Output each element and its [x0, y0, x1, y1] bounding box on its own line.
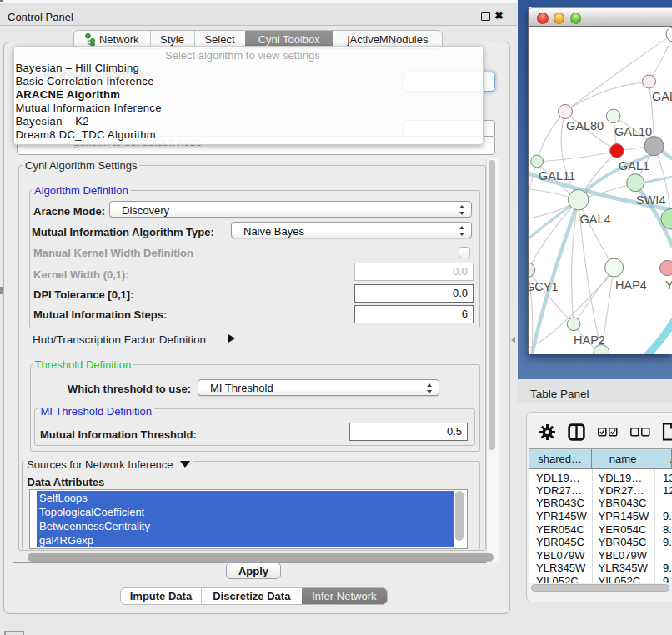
svg-text:GAL2: GAL2: [652, 90, 672, 103]
svg-text:Y: Y: [665, 278, 672, 292]
svg-text:HAP4: HAP4: [615, 278, 647, 292]
svg-text:GCY1: GCY1: [529, 280, 559, 293]
svg-text:SWI4: SWI4: [636, 193, 665, 207]
svg-text:GAL80: GAL80: [566, 119, 604, 132]
svg-text:GAL11: GAL11: [539, 169, 575, 182]
svg-text:GAL10: GAL10: [614, 125, 652, 138]
svg-text:GAL1: GAL1: [619, 159, 649, 172]
svg-text:GAL4: GAL4: [580, 212, 611, 226]
svg-text:HAP2: HAP2: [574, 333, 605, 347]
